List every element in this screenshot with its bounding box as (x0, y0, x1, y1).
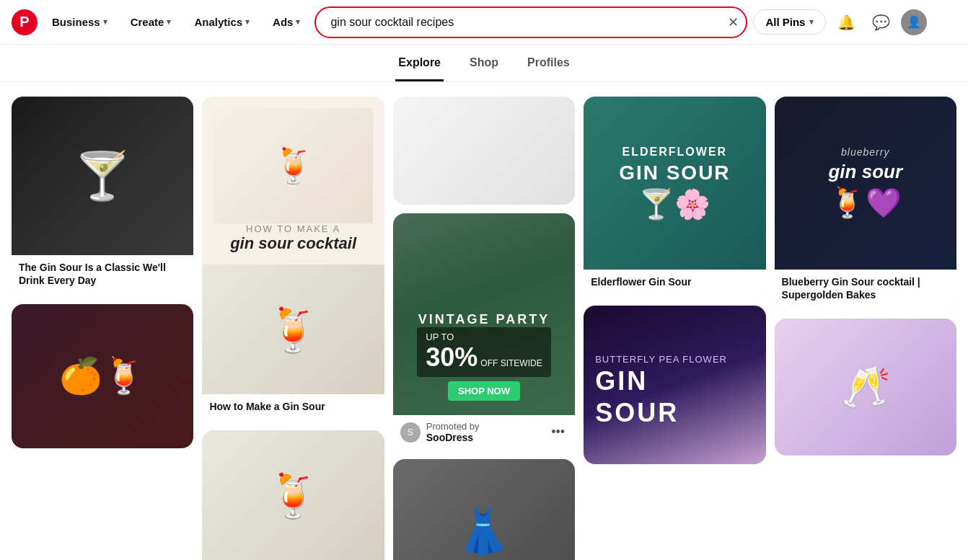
pin-info-blueberry: Blueberry Gin Sour cocktail | Supergolde… (775, 270, 956, 310)
pin-info-how-to-gin: How to Make a Gin Sour (202, 394, 384, 422)
elderflower-drinks-icon: 🍸🌸 (638, 187, 710, 221)
vintage-discount-box: UP TO 30% OFF SITEWIDE (417, 327, 550, 377)
message-icon: 💬 (872, 14, 890, 31)
pin-image-person2 (393, 459, 575, 560)
elderflower-label: ELDERFLOWER (622, 146, 728, 159)
pin-image-how-to-make (202, 430, 384, 560)
promoted-avatar: S (400, 422, 421, 443)
butterfly-pea-label: BUTTERFLY PEA FLOWER (595, 354, 727, 365)
pin-card-lavender[interactable] (775, 319, 956, 455)
blueberry-drinks-icon: 🍹💜 (830, 186, 902, 220)
nav-create[interactable]: Create ▾ (122, 10, 180, 34)
notifications-button[interactable]: 🔔 (832, 8, 861, 37)
pin-howto-label: HOW TO MAKE A (214, 223, 372, 234)
pin-card-blueberry[interactable]: blueberry gin sour 🍹💜 Blueberry Gin Sour… (775, 97, 956, 310)
vintage-off-label: OFF SITEWIDE (480, 358, 542, 368)
pin-title-how-to-gin: How to Make a Gin Sour (209, 401, 325, 412)
pin-card-person2[interactable] (393, 459, 575, 560)
search-tabs: Explore Shop Profiles (0, 45, 968, 82)
top-navigation: P Business ▾ Create ▾ Analytics ▾ Ads ▾ … (0, 0, 968, 45)
user-avatar[interactable]: 👤 (901, 9, 927, 35)
promoted-user-info: S Promoted by SooDress (400, 421, 480, 443)
pin-card-butterfly[interactable]: BUTTERFLY PEA FLOWER GIN SOUR (584, 306, 765, 464)
all-pins-chevron-icon: ▾ (809, 17, 814, 27)
search-bar-wrapper: ✕ (314, 6, 747, 38)
butterfly-gin-label: GIN (595, 366, 648, 396)
ads-chevron-icon: ▾ (296, 17, 300, 27)
pin-info-gin-classic: The Gin Sour Is a Classic We'll Drink Ev… (12, 255, 193, 295)
pin-recipe-text-overlay: 🍹 HOW TO MAKE A gin sour cocktail (202, 97, 384, 265)
pin-image-how-to-top: 🍹 (214, 108, 372, 223)
vintage-text-overlay: VINTAGE PARTY UP TO 30% OFF SITEWIDE SHO… (417, 312, 550, 401)
pin-image-blood-orange (12, 304, 193, 448)
pin-title-elderflower: Elderflower Gin Sour (591, 276, 691, 288)
pin-card-vintage-dress[interactable]: VINTAGE PARTY UP TO 30% OFF SITEWIDE SHO… (393, 213, 575, 450)
pin-promoted-vintage: S Promoted by SooDress ••• (393, 415, 575, 450)
promoted-brand-name: SooDress (426, 432, 480, 443)
pin-card-how-to-gin[interactable]: 🍹 HOW TO MAKE A gin sour cocktail How to… (202, 97, 384, 422)
pinterest-logo[interactable]: P (12, 9, 38, 35)
pin-title-blueberry: Blueberry Gin Sour cocktail | Supergolde… (782, 276, 920, 301)
pin-card-placeholder[interactable] (393, 97, 575, 205)
pin-info-elderflower: Elderflower Gin Sour (584, 270, 765, 297)
pin-options-button[interactable]: ••• (548, 422, 568, 443)
butterfly-sour-label: SOUR (595, 398, 679, 428)
tab-explore[interactable]: Explore (395, 56, 444, 81)
tab-profiles[interactable]: Profiles (524, 56, 573, 81)
messages-button[interactable]: 💬 (866, 8, 895, 37)
nav-ads[interactable]: Ads ▾ (264, 10, 309, 34)
tab-shop[interactable]: Shop (467, 56, 501, 81)
pin-image-lavender (775, 319, 956, 455)
pin-make-gin-label: gin sour cocktail (214, 234, 372, 253)
pin-card-gin-classic[interactable]: The Gin Sour Is a Classic We'll Drink Ev… (12, 97, 193, 295)
promoted-by-label: Promoted by (426, 421, 480, 432)
bell-icon: 🔔 (837, 14, 855, 31)
pin-card-elderflower[interactable]: ELDERFLOWER GIN SOUR 🍸🌸 Elderflower Gin … (584, 97, 765, 297)
pin-title-gin-classic: The Gin Sour Is a Classic We'll Drink Ev… (19, 262, 166, 286)
pin-card-how-to-make[interactable]: How to Make a Gin Sour (202, 430, 384, 560)
promoted-text-block: Promoted by SooDress (426, 421, 480, 443)
pin-card-blood-orange[interactable] (12, 304, 193, 448)
create-chevron-icon: ▾ (167, 17, 171, 27)
pin-image-placeholder (393, 97, 575, 205)
vintage-percent: 30% (426, 342, 478, 373)
elderflower-gin-sour-label: GIN SOUR (619, 161, 730, 185)
pin-image-elderflower: ELDERFLOWER GIN SOUR 🍸🌸 (584, 97, 765, 270)
pins-grid: The Gin Sour Is a Classic We'll Drink Ev… (0, 82, 968, 560)
nav-business[interactable]: Business ▾ (43, 10, 116, 34)
pin-image-how-to-bottom (202, 265, 384, 394)
nav-analytics[interactable]: Analytics ▾ (185, 10, 258, 34)
search-clear-button[interactable]: ✕ (728, 14, 739, 30)
analytics-chevron-icon: ▾ (245, 17, 250, 27)
business-chevron-icon: ▾ (103, 17, 107, 27)
avatar-icon: 👤 (907, 15, 921, 29)
blueberry-label: blueberry (841, 146, 889, 158)
pin-image-vintage: VINTAGE PARTY UP TO 30% OFF SITEWIDE SHO… (393, 213, 575, 415)
vintage-shop-button[interactable]: SHOP NOW (448, 381, 520, 401)
pin-image-blueberry: blueberry gin sour 🍹💜 (775, 97, 956, 270)
blueberry-gin-sour-title: gin sour (828, 161, 902, 183)
pin-image-butterfly: BUTTERFLY PEA FLOWER GIN SOUR (584, 306, 765, 464)
search-input[interactable] (314, 6, 747, 38)
pin-image-gin-classic (12, 97, 193, 255)
vintage-party-label: VINTAGE PARTY (417, 312, 550, 327)
all-pins-dropdown[interactable]: All Pins ▾ (753, 9, 826, 35)
